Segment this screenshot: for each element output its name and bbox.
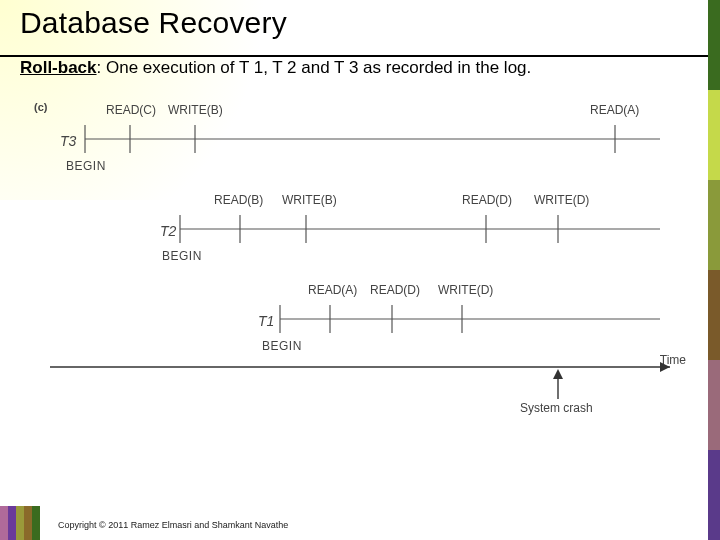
subtitle-keyword: Roll-back <box>20 58 97 77</box>
timeline-svg <box>30 99 710 424</box>
slide-title: Database Recovery <box>20 6 700 40</box>
svg-marker-19 <box>553 369 563 379</box>
slide-subtitle: Roll-back: One execution of T 1, T 2 and… <box>20 56 700 81</box>
accent-right-stripes <box>708 0 720 540</box>
copyright-footer: Copyright © 2011 Ramez Elmasri and Shamk… <box>58 520 288 530</box>
svg-marker-17 <box>660 362 670 372</box>
timeline-diagram: (c) T3 BEGIN READ(C) WRITE(B) READ(A) T2… <box>30 99 690 424</box>
accent-bottom-left-stripes <box>0 506 40 540</box>
subtitle-text: : One execution of T 1, T 2 and T 3 as r… <box>97 58 532 77</box>
